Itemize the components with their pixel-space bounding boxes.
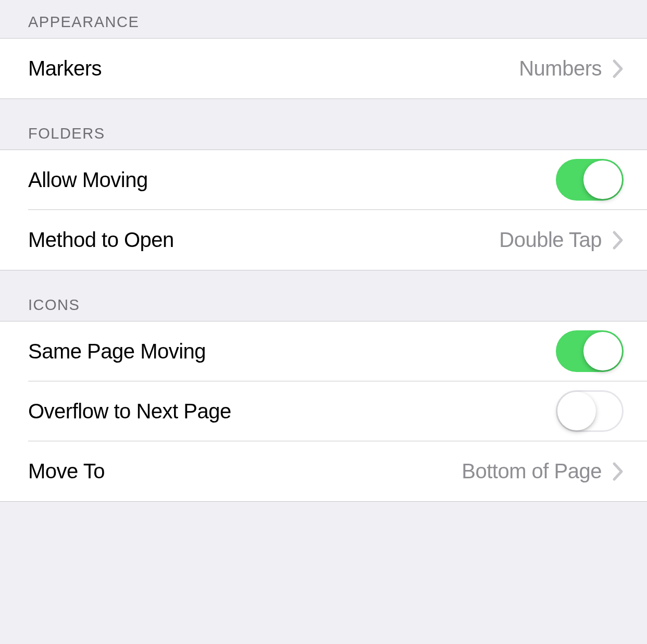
toggle-same-page-moving[interactable] — [556, 330, 624, 372]
toggle-allow-moving[interactable] — [556, 159, 624, 201]
cell-same-page-moving: Same Page Moving — [0, 321, 647, 381]
cell-label-move-to: Move To — [28, 460, 105, 483]
group-appearance: Markers Numbers — [0, 38, 647, 99]
cell-right-overflow-next-page — [556, 390, 624, 432]
chevron-right-icon — [612, 230, 624, 250]
cell-overflow-next-page: Overflow to Next Page — [0, 381, 647, 441]
cell-allow-moving: Allow Moving — [0, 150, 647, 210]
group-folders: Allow Moving Method to Open Double Tap — [0, 150, 647, 270]
cell-right-move-to: Bottom of Page — [462, 460, 624, 483]
cell-label-allow-moving: Allow Moving — [28, 168, 148, 192]
toggle-knob — [557, 392, 596, 430]
cell-label-overflow-next-page: Overflow to Next Page — [28, 400, 231, 423]
cell-label-method-to-open: Method to Open — [28, 228, 174, 252]
toggle-knob — [583, 332, 622, 370]
cell-right-same-page-moving — [556, 330, 624, 372]
cell-label-markers: Markers — [28, 57, 102, 80]
cell-markers[interactable]: Markers Numbers — [0, 39, 647, 98]
cell-right-markers: Numbers — [519, 57, 624, 80]
section-header-appearance: APPEARANCE — [0, 0, 647, 38]
cell-method-to-open[interactable]: Method to Open Double Tap — [0, 210, 647, 270]
section-header-icons: ICONS — [0, 270, 647, 321]
cell-label-same-page-moving: Same Page Moving — [28, 340, 206, 363]
toggle-knob — [583, 160, 622, 199]
group-icons: Same Page Moving Overflow to Next Page M… — [0, 321, 647, 502]
cell-move-to[interactable]: Move To Bottom of Page — [0, 441, 647, 501]
cell-value-move-to: Bottom of Page — [462, 460, 602, 483]
cell-right-method-to-open: Double Tap — [499, 228, 624, 252]
cell-value-method-to-open: Double Tap — [499, 228, 602, 252]
chevron-right-icon — [612, 462, 624, 481]
chevron-right-icon — [612, 59, 624, 79]
cell-value-markers: Numbers — [519, 57, 602, 80]
cell-right-allow-moving — [556, 159, 624, 201]
toggle-overflow-next-page[interactable] — [556, 390, 624, 432]
section-header-folders: FOLDERS — [0, 99, 647, 150]
